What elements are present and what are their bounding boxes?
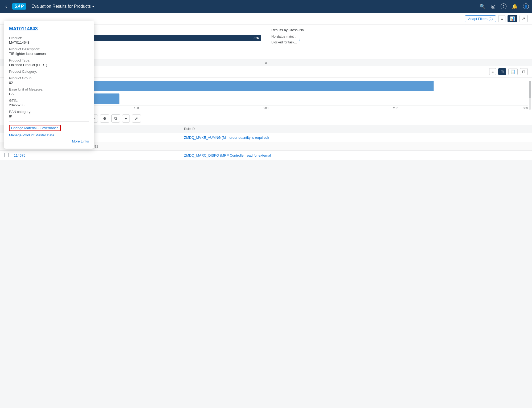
row1-rule: ZMDQ_MVKE_AUMNG (Min order quantity is r… xyxy=(184,136,528,140)
field-label-type: Product Type: xyxy=(9,58,89,62)
field-value-description: TIE fighter laser cannon xyxy=(9,52,89,56)
cross-plant-title: Results by Cross-Pla xyxy=(272,28,528,32)
table-icon: ≡ xyxy=(501,17,503,21)
bar-chart-icon-btn[interactable]: 📊 xyxy=(508,15,517,22)
field-label-uom: Base Unit of Measure: xyxy=(9,87,89,91)
field-label-description: Product Description: xyxy=(9,47,89,51)
table-grid-icon-btn[interactable]: ⊟ xyxy=(520,68,528,75)
field-label-group: Product Group: xyxy=(9,76,89,80)
product-popup-card: MAT0114643 Product: MAT0114643 Product D… xyxy=(4,21,94,149)
copy-icon: ⧉ xyxy=(114,116,117,120)
adapt-filters-button[interactable]: Adapt Filters (2) xyxy=(465,15,496,22)
grid-chart-icon-btn[interactable]: ⊞ xyxy=(498,68,506,75)
settings-action-icon-btn[interactable]: ⚙ xyxy=(100,115,109,123)
row2-product: 114676 xyxy=(12,153,184,157)
export-icon-btn[interactable]: ↗ xyxy=(519,15,528,22)
field-value-group: 02 xyxy=(9,81,89,85)
bell-icon[interactable]: 🔔 xyxy=(512,3,518,9)
manage-product-link[interactable]: Manage Product Master Data xyxy=(9,133,89,137)
chevron-action-icon-btn[interactable]: ▾ xyxy=(122,115,130,123)
rule-link-1[interactable]: ZMDQ_MVKE_AUMNG (Min order quantity is r… xyxy=(184,136,269,140)
copy-action-icon-btn[interactable]: ⧉ xyxy=(111,114,120,123)
help-icon[interactable]: ? xyxy=(501,3,506,9)
field-value-type: Finished Product (FERT) xyxy=(9,63,89,67)
app-header: ‹ SAP Evaluation Results for Products ▾ … xyxy=(0,0,532,13)
collapse-icon: ∧ xyxy=(265,60,267,65)
chevron-down-icon: ▾ xyxy=(125,116,127,121)
page-title: Evaluation Results for Products ▾ xyxy=(31,4,94,9)
list-icon-btn[interactable]: ≡ xyxy=(489,68,496,75)
field-label-category: Product Category: xyxy=(9,70,89,74)
row2-checkbox[interactable] xyxy=(4,153,12,158)
fullscreen-action-icon-btn[interactable]: ⤢ xyxy=(132,115,141,123)
checkbox-2[interactable] xyxy=(4,153,9,157)
bar-chart2-icon-btn[interactable]: 📊 xyxy=(508,68,518,75)
user-icon[interactable]: 👤 xyxy=(523,3,529,9)
product-link-2[interactable]: 114676 xyxy=(14,153,25,157)
sap-logo: SAP xyxy=(12,3,26,10)
cross-plant-items: No status maint... Blocked for task... xyxy=(272,35,297,44)
popup-title[interactable]: MAT0114643 xyxy=(9,26,89,32)
field-value-product: MAT0114643 xyxy=(9,40,89,44)
bar-chart-icon: 📊 xyxy=(510,16,515,21)
export-icon: ↗ xyxy=(522,16,525,21)
field-label-gtin: GTIN: xyxy=(9,99,89,103)
more-links-label[interactable]: More Links xyxy=(9,139,89,143)
field-value-ean: IK xyxy=(9,114,89,118)
field-label-product: Product: xyxy=(9,36,89,40)
chart-divider xyxy=(266,28,266,56)
field-label-ean: EAN category: xyxy=(9,110,89,114)
change-material-link[interactable]: Change Material - Governance xyxy=(9,125,61,131)
table-row-2: 114676 ZMDQ_MARC_DISPO (MRP Controller r… xyxy=(0,151,532,160)
field-value-gtin: 23456785 xyxy=(9,103,89,107)
cross-plant-nav: No status maint... Blocked for task... › xyxy=(272,35,528,44)
search-icon[interactable]: 🔍 xyxy=(480,3,485,9)
popup-divider xyxy=(9,121,89,122)
settings-icon: ⚙ xyxy=(103,116,106,121)
fullscreen-icon: ⤢ xyxy=(135,116,138,121)
cross-plant-chart: Results by Cross-Pla No status maint... … xyxy=(272,28,528,56)
cross-plant-item-2: Blocked for task... xyxy=(272,40,297,44)
header-icons: 🔍 ◎ ? 🔔 👤 xyxy=(480,3,529,10)
scrollbar-thumb xyxy=(529,81,531,98)
nav-arrow-icon[interactable]: › xyxy=(299,37,300,42)
chart-scrollbar[interactable] xyxy=(529,81,531,110)
circle-icon[interactable]: ◎ xyxy=(491,3,495,10)
th-rule-id: Rule ID xyxy=(184,127,528,131)
table-view-icon-btn[interactable]: ≡ xyxy=(498,15,505,22)
rule-link-2[interactable]: ZMDQ_MARC_DISPO (MRP Controller read for… xyxy=(184,153,271,157)
row2-rule: ZMDQ_MARC_DISPO (MRP Controller read for… xyxy=(184,153,528,157)
cross-plant-item-1: No status maint... xyxy=(272,35,297,38)
back-button[interactable]: ‹ xyxy=(3,3,9,10)
field-value-uom: EA xyxy=(9,92,89,96)
main-content: Adapt Filters (2) ≡ 📊 ↗ Results by Produ… xyxy=(0,13,532,408)
